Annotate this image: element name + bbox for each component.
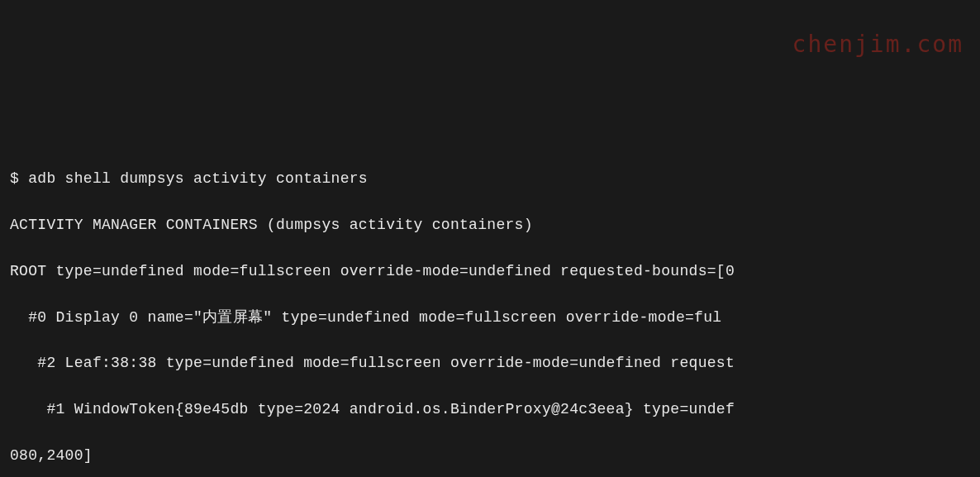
output-leaf-38: #2 Leaf:38:38 type=undefined mode=fullsc… [10, 352, 970, 375]
output-bounds-1: 080,2400] [10, 445, 970, 468]
output-root: ROOT type=undefined mode=fullscreen over… [10, 260, 970, 284]
output-header: ACTIVITY MANAGER CONTAINERS (dumpsys act… [10, 214, 970, 237]
watermark-text: chenjim.com [792, 26, 963, 62]
command-line: $ adb shell dumpsys activity containers [10, 168, 970, 191]
terminal-output: $ adb shell dumpsys activity containers … [10, 145, 970, 477]
output-display: #0 Display 0 name="内置屏幕" type=undefined … [10, 307, 970, 330]
output-windowtoken-1: #1 WindowToken{89e45db type=2024 android… [10, 398, 970, 422]
